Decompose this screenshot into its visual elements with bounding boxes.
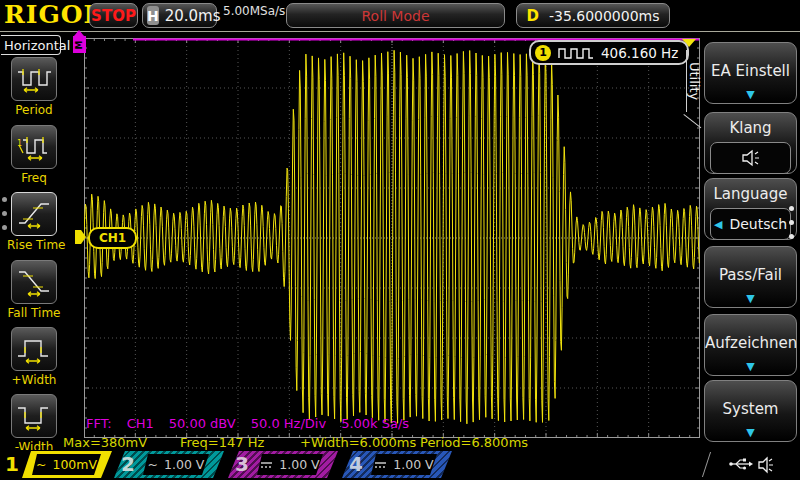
fft-prefix: FFT:	[86, 416, 112, 431]
ch3-number: 3	[235, 452, 249, 476]
ch3-scale: 1.00 V	[279, 457, 319, 472]
menu-button-ea-einstell[interactable]: EA Einstell ▼	[704, 42, 797, 104]
waveform-display-area: M CH1 1 406.160 Hz FFT: CH1 50.00 dBV 50…	[84, 38, 700, 438]
positive-width-icon[interactable]	[11, 327, 57, 371]
left-menu-title: Horizontal	[1, 35, 61, 55]
channel-status-bar: 1 ~ 100mV 2 ~ 1.00 V 3 1.00 V 4	[0, 450, 800, 480]
fft-status-line: FFT: CH1 50.00 dBV 50.0 Hz/Div 5.00k Sa/…	[86, 416, 409, 431]
menu-item-fall-time[interactable]: Fall Time	[7, 260, 61, 320]
delay-display: D -35.6000000ms	[516, 3, 670, 28]
ch1-scale: 100mV	[52, 457, 97, 472]
chevron-down-icon: ▼	[705, 88, 796, 101]
menu-button-pass-fail[interactable]: Pass/Fail ▼	[704, 246, 797, 308]
horizontal-measure-menu: Horizontal Period 1 Freq	[0, 32, 66, 480]
menu-button-klang[interactable]: Klang	[704, 112, 797, 174]
sample-rate-readout: 5.00MSa/s	[223, 4, 285, 18]
utility-menu-tab: Utility	[686, 50, 702, 112]
menu-item-pos-width[interactable]: +Width	[7, 327, 61, 387]
top-status-bar: RIGOL STOP H 20.0ms 5.00MSa/s Roll Mode …	[0, 0, 800, 31]
usb-icon	[728, 456, 754, 472]
menu-item-label: Freq	[7, 171, 61, 185]
menu-item-label: +Width	[7, 373, 61, 387]
menu-item-label: Fall Time	[7, 306, 61, 320]
ch4-status-block[interactable]: 4 1.00 V	[342, 451, 452, 478]
period-icon[interactable]	[11, 57, 57, 101]
speaker-icon	[756, 456, 776, 474]
ac-coupling-icon: ~	[148, 457, 158, 472]
chevron-down-icon: ▼	[705, 360, 796, 373]
chevron-down-icon: ▼	[705, 426, 796, 439]
ch1-number[interactable]: 1	[5, 452, 19, 476]
menu-button-language[interactable]: Language ◀ Deutsch	[704, 178, 797, 240]
square-wave-icon	[558, 46, 594, 59]
chevron-left-icon: ◀	[714, 218, 722, 231]
speaker-icon	[739, 149, 763, 167]
fall-time-icon[interactable]	[11, 260, 57, 304]
math-trace-marker: M	[73, 36, 86, 53]
delay-value: -35.6000000ms	[549, 8, 660, 24]
ch4-number: 4	[349, 452, 363, 476]
measurement-pwidth: +Width=6.000ms	[300, 435, 416, 450]
freq-counter-value: 406.160 Hz	[601, 45, 678, 61]
ac-coupling-icon: ~	[36, 457, 46, 472]
ch3-status-block[interactable]: 3 1.00 V	[228, 451, 338, 478]
delay-badge: D	[526, 7, 538, 25]
ch2-number: 2	[121, 452, 135, 476]
menu-button-system[interactable]: System ▼	[704, 380, 797, 442]
ch2-scale: 1.00 V	[164, 457, 204, 472]
menu-item-rise-time[interactable]: Rise Time	[7, 192, 61, 252]
freq-counter-channel-badge: 1	[535, 45, 551, 61]
menu-item-label: Rise Time	[7, 238, 61, 252]
left-menu-page-dots	[2, 197, 7, 230]
fft-sample-rate: 5.00k Sa/s	[341, 416, 409, 431]
measurement-period: Period=6.800ms	[420, 435, 528, 450]
ch1-trace-label: CH1	[88, 227, 137, 249]
timebase-value: 20.0ms	[165, 7, 221, 25]
klang-toggle[interactable]	[710, 142, 791, 174]
ch1-status-block[interactable]: ~ 100mV	[22, 451, 112, 478]
language-selector[interactable]: ◀ Deutsch	[710, 208, 791, 240]
acquisition-mode-display: Roll Mode	[286, 3, 505, 28]
ch4-scale: 1.00 V	[393, 457, 433, 472]
language-value: Deutsch	[729, 216, 787, 232]
right-menu-page-dots	[789, 206, 794, 239]
dc-coupling-icon	[260, 460, 273, 470]
rise-time-icon[interactable]	[11, 192, 57, 236]
ch2-status-block[interactable]: 2 ~ 1.00 V	[114, 451, 224, 478]
dc-coupling-icon	[374, 460, 387, 470]
negative-width-icon[interactable]	[11, 394, 57, 438]
chevron-down-icon: ▼	[705, 292, 796, 305]
menu-item-freq[interactable]: 1 Freq	[7, 125, 61, 185]
menu-button-aufzeichnen[interactable]: Aufzeichnen ▼	[704, 314, 797, 376]
frequency-icon[interactable]: 1	[11, 125, 57, 169]
fft-ref-scale: 50.00 dBV	[169, 416, 236, 431]
fft-source: CH1	[127, 416, 154, 431]
menu-item-period[interactable]: Period	[7, 57, 61, 117]
topbar-separator	[0, 31, 800, 32]
graticule-waveform-svg	[84, 38, 700, 438]
rigol-logo: RIGOL	[4, 0, 102, 29]
measurement-freq: Freq=147 Hz	[180, 435, 264, 450]
run-state-indicator[interactable]: STOP	[89, 3, 138, 28]
svg-text:1: 1	[17, 139, 22, 148]
measurement-max: Max=380mV	[63, 435, 147, 450]
frequency-counter-readout: 1 406.160 Hz	[529, 40, 689, 65]
timebase-display: H 20.0ms	[142, 3, 217, 28]
menu-item-neg-width[interactable]: -Width	[7, 394, 61, 454]
menu-item-label: Period	[7, 103, 61, 117]
fft-hdiv: 50.0 Hz/Div	[251, 416, 326, 431]
horizontal-badge: H	[147, 6, 159, 25]
